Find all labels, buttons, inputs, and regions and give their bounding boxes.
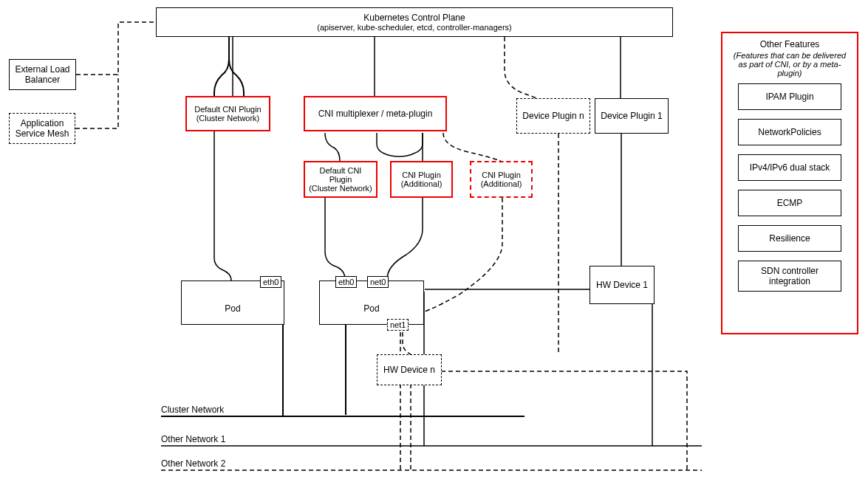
- default-cni-plugin-mid-box: Default CNI Plugin (Cluster Network): [304, 161, 377, 198]
- pod-mid-net1-label: net1: [387, 319, 409, 331]
- hw-device-1-label: HW Device 1: [596, 280, 648, 290]
- control-plane-subtitle: (apiserver, kube-scheduler, etcd, contro…: [317, 23, 512, 32]
- cni-add1-l1: CNI Plugin: [402, 171, 441, 179]
- feature-item-1-label: NetworkPolicies: [758, 127, 821, 137]
- cni-add2-l2: (Additional): [481, 179, 522, 188]
- cni-add2-l1: CNI Plugin: [482, 171, 521, 179]
- other-network-1-label: Other Network 1: [161, 434, 225, 444]
- feature-item-0-label: IPAM Plugin: [765, 92, 813, 102]
- hw-device-n-label: HW Device n: [383, 365, 435, 375]
- control-plane-box: Kubernetes Control Plane (apiserver, kub…: [156, 7, 673, 37]
- device-plugin-1-label: Device Plugin 1: [601, 111, 662, 121]
- cni-multiplexer-label: CNI multiplexer / meta-plugin: [318, 109, 433, 119]
- default-cni-left-l2: (Cluster Network): [197, 114, 260, 123]
- external-load-balancer-label: External Load Balancer: [13, 64, 72, 85]
- default-cni-mid-l2: (Cluster Network): [309, 184, 372, 193]
- pod-mid-eth0-label: eth0: [335, 276, 357, 288]
- default-cni-plugin-left-box: Default CNI Plugin (Cluster Network): [185, 96, 270, 131]
- feature-item-2-label: IPv4/IPv6 dual stack: [750, 162, 830, 173]
- feature-item-5: SDN controller integration: [738, 261, 841, 292]
- other-features-subtitle: (Features that can be delivered as part …: [730, 51, 850, 78]
- cni-add1-l2: (Additional): [401, 179, 442, 188]
- cni-plugin-additional-1-box: CNI Plugin (Additional): [390, 161, 453, 198]
- feature-item-4-label: Resilience: [769, 233, 810, 244]
- pod-left-label: Pod: [225, 303, 240, 314]
- default-cni-mid-l1: Default CNI Plugin: [308, 166, 373, 184]
- cluster-network-label: Cluster Network: [161, 405, 224, 415]
- external-load-balancer-box: External Load Balancer: [9, 59, 76, 90]
- application-service-mesh-label: Application Service Mesh: [13, 118, 72, 139]
- pod-left-eth0-label: eth0: [260, 276, 281, 288]
- hw-device-1-box: HW Device 1: [590, 266, 655, 304]
- control-plane-title: Kubernetes Control Plane: [363, 13, 465, 23]
- hw-device-n-box: HW Device n: [377, 354, 442, 385]
- feature-item-5-label: SDN controller integration: [742, 266, 838, 286]
- cni-multiplexer-box: CNI multiplexer / meta-plugin: [304, 96, 447, 131]
- pod-mid-label: Pod: [363, 303, 379, 314]
- cni-plugin-additional-2-box: CNI Plugin (Additional): [470, 161, 533, 198]
- application-service-mesh-box: Application Service Mesh: [9, 113, 75, 144]
- pod-mid-net0-label: net0: [367, 276, 389, 288]
- feature-item-4: Resilience: [738, 225, 841, 252]
- feature-item-3-label: ECMP: [777, 198, 803, 208]
- device-plugin-n-box: Device Plugin n: [516, 98, 590, 134]
- other-network-2-label: Other Network 2: [161, 458, 225, 469]
- device-plugin-n-label: Device Plugin n: [522, 111, 584, 121]
- device-plugin-1-box: Device Plugin 1: [595, 98, 669, 134]
- feature-item-2: IPv4/IPv6 dual stack: [738, 154, 841, 181]
- feature-item-1: NetworkPolicies: [738, 119, 841, 145]
- default-cni-left-l1: Default CNI Plugin: [194, 105, 262, 114]
- other-features-title: Other Features: [760, 39, 820, 49]
- feature-item-0: IPAM Plugin: [738, 83, 841, 110]
- feature-item-3: ECMP: [738, 190, 841, 216]
- other-features-panel: Other Features (Features that can be del…: [721, 32, 858, 334]
